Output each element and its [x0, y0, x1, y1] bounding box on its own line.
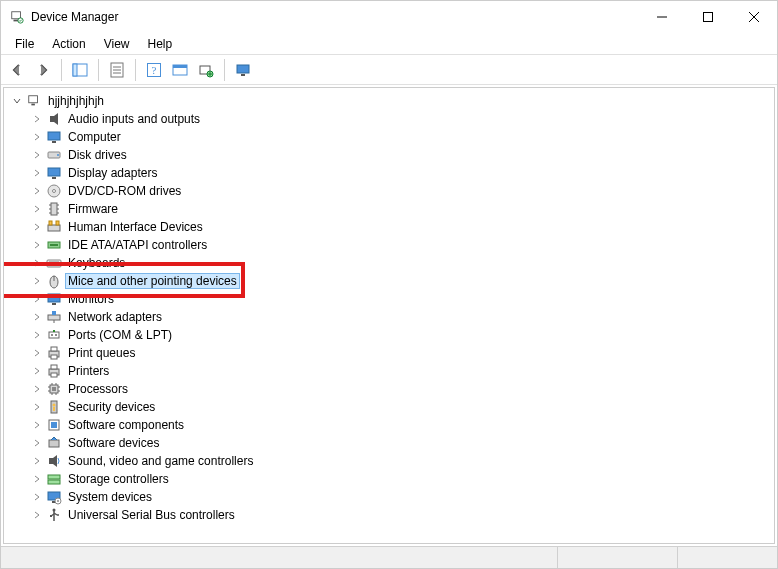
close-button[interactable] — [731, 1, 777, 33]
chevron-right-icon[interactable] — [30, 132, 44, 142]
tree-node-label: IDE ATA/ATAPI controllers — [66, 238, 209, 252]
device-tree-pane[interactable]: hjjhjhjhjhjh Audio inputs and outputsCom… — [3, 87, 775, 544]
svg-text:?: ? — [152, 64, 157, 76]
tree-node[interactable]: Storage controllers — [6, 470, 772, 488]
help-icon: ? — [146, 62, 162, 78]
chevron-right-icon[interactable] — [30, 150, 44, 160]
chip-tall-icon — [46, 201, 62, 217]
port-icon — [46, 327, 62, 343]
computer-root-icon — [26, 93, 42, 109]
usb-icon — [46, 507, 62, 523]
tree-node[interactable]: Software devices — [6, 434, 772, 452]
tree-node-label: Firmware — [66, 202, 120, 216]
tree-node-label: Ports (COM & LPT) — [66, 328, 174, 342]
chevron-right-icon[interactable] — [30, 114, 44, 124]
chevron-right-icon[interactable] — [30, 474, 44, 484]
minimize-button[interactable] — [639, 1, 685, 33]
back-button[interactable] — [5, 58, 29, 82]
tree-node[interactable]: Disk drives — [6, 146, 772, 164]
menu-view[interactable]: View — [96, 35, 138, 53]
tree-node-label: Disk drives — [66, 148, 129, 162]
chevron-right-icon[interactable] — [30, 312, 44, 322]
tree-node-label: Universal Serial Bus controllers — [66, 508, 237, 522]
tree-node[interactable]: Print queues — [6, 344, 772, 362]
tree-node[interactable]: Universal Serial Bus controllers — [6, 506, 772, 524]
tree-node[interactable]: Display adapters — [6, 164, 772, 182]
chevron-right-icon[interactable] — [30, 402, 44, 412]
chevron-right-icon[interactable] — [30, 276, 44, 286]
tree-node[interactable]: Human Interface Devices — [6, 218, 772, 236]
forward-button[interactable] — [31, 58, 55, 82]
tree-node[interactable]: Security devices — [6, 398, 772, 416]
action-button[interactable] — [168, 58, 192, 82]
tree-node-label: Printers — [66, 364, 111, 378]
toolbar-separator — [224, 59, 225, 81]
statusbar-cell — [557, 547, 677, 568]
tree-node-label: Keyboards — [66, 256, 127, 270]
chevron-right-icon[interactable] — [30, 222, 44, 232]
tree-node[interactable]: Sound, video and game controllers — [6, 452, 772, 470]
tree-node[interactable]: Network adapters — [6, 308, 772, 326]
chevron-right-icon[interactable] — [30, 456, 44, 466]
chevron-down-icon[interactable] — [10, 96, 24, 106]
chevron-right-icon[interactable] — [30, 330, 44, 340]
tree-node[interactable]: System devices — [6, 488, 772, 506]
tree-node-label: Mice and other pointing devices — [66, 274, 239, 288]
tree-node[interactable]: IDE ATA/ATAPI controllers — [6, 236, 772, 254]
tree-node[interactable]: Printers — [6, 362, 772, 380]
monitor-icon — [235, 62, 251, 78]
chevron-right-icon[interactable] — [30, 366, 44, 376]
chevron-right-icon[interactable] — [30, 384, 44, 394]
network-icon — [46, 309, 62, 325]
chevron-right-icon[interactable] — [30, 294, 44, 304]
tree-node-label: Print queues — [66, 346, 137, 360]
tree-node[interactable]: Firmware — [6, 200, 772, 218]
tree-node[interactable]: Keyboards — [6, 254, 772, 272]
svg-rect-13 — [173, 65, 187, 68]
tree-node-label: Software devices — [66, 436, 161, 450]
properties-button[interactable] — [105, 58, 129, 82]
tree-node[interactable]: Audio inputs and outputs — [6, 110, 772, 128]
tree-node[interactable]: Monitors — [6, 290, 772, 308]
monitor-blue-icon — [46, 165, 62, 181]
scan-hardware-button[interactable] — [194, 58, 218, 82]
chevron-right-icon[interactable] — [30, 168, 44, 178]
window-title: Device Manager — [31, 10, 118, 24]
chevron-right-icon[interactable] — [30, 186, 44, 196]
chevron-right-icon[interactable] — [30, 438, 44, 448]
tree-node[interactable]: Computer — [6, 128, 772, 146]
statusbar-cell — [677, 547, 777, 568]
chevron-right-icon[interactable] — [30, 420, 44, 430]
hid-icon — [46, 219, 62, 235]
tree-node[interactable]: DVD/CD-ROM drives — [6, 182, 772, 200]
tree-node-label: System devices — [66, 490, 154, 504]
menu-action[interactable]: Action — [44, 35, 93, 53]
statusbar — [1, 546, 777, 568]
back-arrow-icon — [9, 62, 25, 78]
chevron-right-icon[interactable] — [30, 510, 44, 520]
svg-rect-0 — [12, 12, 21, 19]
menu-file[interactable]: File — [7, 35, 42, 53]
maximize-button[interactable] — [685, 1, 731, 33]
tree-root[interactable]: hjjhjhjhjhjh — [6, 92, 772, 110]
svg-rect-16 — [237, 65, 249, 73]
tree-node[interactable]: Software components — [6, 416, 772, 434]
chevron-right-icon[interactable] — [30, 240, 44, 250]
menu-help[interactable]: Help — [140, 35, 181, 53]
devices-view-button[interactable] — [231, 58, 255, 82]
chevron-right-icon[interactable] — [30, 204, 44, 214]
tree-node[interactable]: Mice and other pointing devices — [6, 272, 772, 290]
action-window-icon — [172, 62, 188, 78]
help-button[interactable]: ? — [142, 58, 166, 82]
toolbar-separator — [61, 59, 62, 81]
device-tree: hjjhjhjhjhjh Audio inputs and outputsCom… — [4, 88, 774, 534]
chevron-right-icon[interactable] — [30, 348, 44, 358]
chevron-right-icon[interactable] — [30, 258, 44, 268]
chevron-right-icon[interactable] — [30, 492, 44, 502]
show-tree-button[interactable] — [68, 58, 92, 82]
monitor-blue-icon — [46, 291, 62, 307]
component-icon — [46, 417, 62, 433]
tree-node[interactable]: Ports (COM & LPT) — [6, 326, 772, 344]
tree-node[interactable]: Processors — [6, 380, 772, 398]
storage-icon — [46, 471, 62, 487]
